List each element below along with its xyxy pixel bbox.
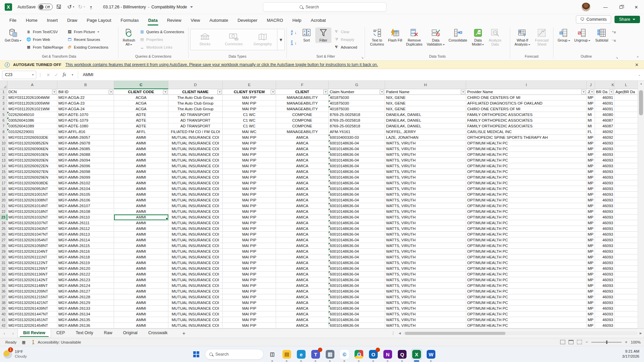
cell-bill-id[interactable]: MGY-AMMI-26085 bbox=[57, 146, 114, 152]
cell-client-system[interactable]: MAI PIP bbox=[223, 140, 276, 146]
cell-br-date[interactable]: 46093 bbox=[595, 283, 614, 289]
cell-client-code[interactable]: AMMI bbox=[114, 294, 168, 300]
cell-client-system[interactable]: MAI PIP bbox=[223, 283, 276, 289]
column-letter-h[interactable]: H bbox=[385, 81, 466, 89]
cell-client-code[interactable]: ACGA bbox=[114, 101, 168, 106]
cell-dcn[interactable]: MGY031120261021WM bbox=[7, 106, 57, 112]
cell-jurisdiction[interactable]: MP bbox=[587, 237, 595, 243]
cell-age-br-date[interactable] bbox=[614, 106, 638, 112]
cell-age-br-date[interactable] bbox=[614, 249, 638, 254]
row-number[interactable]: 16 bbox=[0, 175, 7, 180]
cell-client-name[interactable]: MUTUAL INSURANCE COI bbox=[168, 169, 223, 175]
filter-dropdown-icon[interactable] bbox=[609, 90, 613, 94]
cell-client-name[interactable]: MUTUAL INSURANCE COI bbox=[168, 232, 223, 237]
cell-client-name[interactable]: MUTUAL INSURANCE COI bbox=[168, 180, 223, 186]
cell-patient-name[interactable]: WATTS, VIRUTH bbox=[385, 226, 466, 232]
sheet-tab[interactable]: Crosswalk bbox=[143, 329, 173, 338]
cell-jurisdiction[interactable]: MP bbox=[587, 106, 595, 112]
scroll-right-icon[interactable]: ▶ bbox=[640, 331, 642, 335]
cell-client-system[interactable]: MAI PIP bbox=[223, 197, 276, 203]
cell-dcn[interactable]: MGY031320261008NT bbox=[7, 197, 57, 203]
cell-jurisdiction[interactable]: MP bbox=[587, 294, 595, 300]
row-number[interactable]: 12 bbox=[0, 152, 7, 158]
cell-dcn[interactable]: MGY031320261454NT bbox=[7, 323, 57, 328]
taskbar-app-icon[interactable]: e bbox=[296, 349, 307, 360]
row-number[interactable]: 17 bbox=[0, 180, 7, 186]
cell-client-system[interactable]: MAI PIP bbox=[223, 180, 276, 186]
cell-br-date[interactable]: 46093 bbox=[595, 180, 614, 186]
cell-jurisdiction[interactable]: MP bbox=[587, 152, 595, 158]
cell-bill-id[interactable]: MGY-AMMI-26128 bbox=[57, 294, 114, 300]
cell-client-code[interactable]: ACGA bbox=[114, 95, 168, 101]
cell-provider-name[interactable]: OPTIMUM HEALTH PC bbox=[466, 209, 587, 215]
cell-bill-id[interactable]: MGY-AMMI-26099 bbox=[57, 175, 114, 180]
row-number[interactable]: 22 bbox=[0, 209, 7, 215]
cell-br-date[interactable]: 46093 bbox=[595, 272, 614, 277]
cell-client-code[interactable]: AMMI bbox=[114, 232, 168, 237]
cell-br-date[interactable]: 46093 bbox=[595, 146, 614, 152]
cell-provider-name[interactable]: OPTIMUM HEALTH PC bbox=[466, 215, 587, 220]
cell-patient-name[interactable]: WATTS, VIRUTH bbox=[385, 186, 466, 192]
cell-bill-id[interactable]: MGY-AMMI-26078 bbox=[57, 140, 114, 146]
cell-client-code[interactable]: AMMI bbox=[114, 317, 168, 323]
cell-bill-id[interactable]: MGY-AMMI-26113 bbox=[57, 232, 114, 237]
cell-client-system[interactable]: MAI PIP bbox=[223, 243, 276, 249]
cell-client-name[interactable]: MUTUAL INSURANCE COI bbox=[168, 277, 223, 283]
cell-client-name[interactable]: MUTUAL INSURANCE COI bbox=[168, 226, 223, 232]
scroll-up-icon[interactable]: ▲ bbox=[638, 81, 644, 86]
consolidate-button[interactable]: Consolidate bbox=[447, 27, 469, 42]
cell-br-date[interactable]: 46093 bbox=[595, 175, 614, 180]
cell-br-date[interactable]: 46093 bbox=[595, 237, 614, 243]
data-validation-button[interactable]: Data Validation bbox=[426, 27, 445, 46]
cell-age-br-date[interactable] bbox=[614, 294, 638, 300]
cell-client-code[interactable]: ADTE bbox=[114, 112, 168, 118]
cell-client[interactable]: AMICA bbox=[276, 135, 329, 140]
cell-claim-number[interactable]: 60010148636-04 bbox=[329, 300, 385, 306]
cell-claim-number[interactable]: 60010400330-03 bbox=[329, 135, 385, 140]
sheet-tab[interactable]: CEP bbox=[51, 329, 70, 338]
cell-jurisdiction[interactable]: MP bbox=[587, 186, 595, 192]
column-letter-a[interactable]: A bbox=[7, 81, 57, 89]
row-number[interactable]: 14 bbox=[0, 163, 7, 169]
cell-provider-name[interactable]: OPTIMUM HEALTH PC bbox=[466, 186, 587, 192]
cell-provider-name[interactable]: OPTIMUM HEALTH PC bbox=[466, 237, 587, 243]
cell-client-code[interactable]: AMMI bbox=[114, 192, 168, 197]
cell-bill-id[interactable]: MGY-AMMI-26104 bbox=[57, 186, 114, 192]
cell-client[interactable]: AMICA bbox=[276, 152, 329, 158]
cell-client-system[interactable]: MAI PIP bbox=[223, 232, 276, 237]
flash-fill-button[interactable]: Flash Fill bbox=[388, 27, 402, 42]
row-number[interactable]: 38 bbox=[0, 300, 7, 306]
cell-jurisdiction[interactable]: MP bbox=[587, 203, 595, 209]
ribbon-tab[interactable]: Automate bbox=[205, 15, 233, 25]
ribbon-tab[interactable]: Formulas bbox=[116, 15, 144, 25]
cell-age-br-date[interactable] bbox=[614, 306, 638, 311]
cell-client-system[interactable]: MAI PIP bbox=[223, 146, 276, 152]
autosave-control[interactable]: AutoSave Off bbox=[17, 4, 53, 10]
remove-duplicates-button[interactable]: Remove Duplicates bbox=[404, 27, 425, 46]
cell-patient-name[interactable]: WATTS, VIRUTH bbox=[385, 277, 466, 283]
taskbar-app-icon[interactable]: W bbox=[425, 349, 437, 360]
cell-jurisdiction[interactable]: MP bbox=[587, 249, 595, 254]
cell-jurisdiction[interactable]: MP bbox=[587, 140, 595, 146]
column-letter-c[interactable]: C bbox=[114, 81, 168, 89]
cell-patient-name[interactable]: WATTS, VIRUTH bbox=[385, 311, 466, 317]
filter-dropdown-icon[interactable] bbox=[590, 90, 594, 94]
cell-client-name[interactable]: MUTUAL INSURANCE COI bbox=[168, 175, 223, 180]
cell-client-code[interactable]: AMMI bbox=[114, 209, 168, 215]
horizontal-scroll-thumb[interactable] bbox=[405, 332, 505, 335]
cell-jurisdiction[interactable]: MP bbox=[587, 323, 595, 328]
cell-client[interactable]: AMICA bbox=[276, 169, 329, 175]
excel-app-icon[interactable]: X bbox=[5, 3, 12, 11]
cell-dcn[interactable]: MGY031320261122NT bbox=[7, 260, 57, 266]
cell-br-date[interactable]: 46093 bbox=[595, 209, 614, 215]
cell-client-system[interactable]: MAI PIP bbox=[223, 95, 276, 101]
cell-dcn[interactable]: MGY031320260922EN bbox=[7, 163, 57, 169]
cell-patient-name[interactable]: WATTS, VIRUTH bbox=[385, 215, 466, 220]
cell-patient-name[interactable]: WATTS, VIRUTH bbox=[385, 243, 466, 249]
cell-client-code[interactable]: ACGA bbox=[114, 106, 168, 112]
filter-dropdown-icon[interactable] bbox=[271, 90, 275, 94]
cell-client-code[interactable]: AMMI bbox=[114, 175, 168, 180]
column-letter-g[interactable]: G bbox=[329, 81, 385, 89]
subtotal-button[interactable]: Subtotal bbox=[593, 27, 610, 42]
cell-client[interactable]: AMICA bbox=[276, 220, 329, 226]
